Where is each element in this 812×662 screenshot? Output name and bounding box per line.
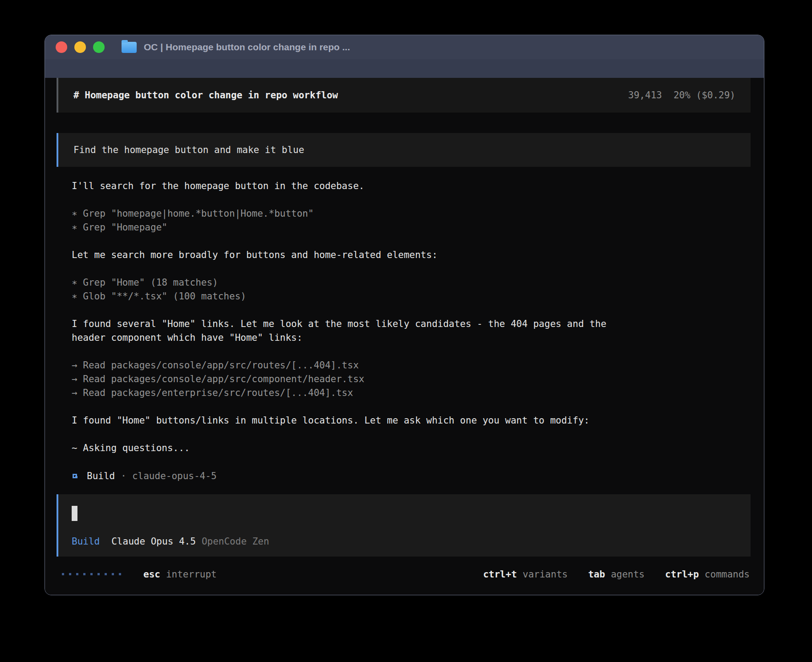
hint-key-ctrl-p: ctrl+p (665, 569, 699, 580)
user-message: Find the homepage button and make it blu… (57, 133, 751, 167)
hint-key-tab: tab (588, 569, 605, 580)
close-button[interactable] (56, 41, 67, 53)
assistant-paragraph: I'll search for the homepage button in t… (72, 179, 751, 193)
hint-agents: tab agents (588, 569, 645, 580)
hint-key-esc: esc (143, 569, 160, 580)
hint-variants: ctrl+t variants (483, 569, 568, 580)
hint-label-agents: agents (611, 569, 645, 580)
status-bar: esc interrupt ctrl+t variants tab agents… (57, 567, 751, 581)
user-message-text: Find the homepage button and make it blu… (73, 145, 304, 155)
spacer (72, 262, 751, 276)
terminal-content[interactable]: # Homepage button color change in repo w… (45, 78, 764, 595)
hint-label-variants: variants (523, 569, 568, 580)
hint-interrupt: esc interrupt (143, 569, 217, 580)
tool-call-read: → Read packages/console/app/src/routes/[… (72, 359, 751, 372)
hint-key-ctrl-t: ctrl+t (483, 569, 517, 580)
tool-call-read: → Read packages/enterprise/src/routes/[.… (72, 386, 751, 400)
agent-square-icon (73, 474, 77, 478)
model-indicator[interactable]: Claude Opus 4.5 (111, 536, 196, 547)
assistant-paragraph: Let me search more broadly for buttons a… (72, 248, 751, 262)
working-status: ~ Asking questions... (72, 441, 751, 455)
assistant-paragraph: I found several "Home" links. Let me loo… (72, 317, 751, 331)
session-stats: 39,413 20% ($0.29) (628, 90, 735, 101)
hint-label-interrupt: interrupt (166, 569, 217, 580)
separator-dot: · (121, 471, 126, 481)
agent-badge: Build · claude-opus-4-5 (72, 469, 751, 483)
tool-call-grep: ∗ Grep "homepage|home.*button|Home.*butt… (72, 207, 751, 221)
tool-call-glob: ∗ Glob "**/*.tsx" (100 matches) (72, 290, 751, 303)
spacer (72, 345, 751, 359)
token-count: 39,413 (628, 90, 662, 101)
spacer (72, 303, 751, 317)
assistant-paragraph: I found "Home" buttons/links in multiple… (72, 414, 751, 428)
tool-call-read: → Read packages/console/app/src/componen… (72, 372, 751, 386)
usage-cost: 20% ($0.29) (674, 90, 735, 101)
session-title: # Homepage button color change in repo w… (73, 90, 338, 101)
agent-name: Build (87, 471, 115, 481)
assistant-paragraph: header component which have "Home" links… (72, 331, 751, 345)
terminal-window: OC | Homepage button color change in rep… (45, 35, 764, 595)
hint-commands: ctrl+p commands (665, 569, 750, 580)
tool-call-grep: ∗ Grep "Homepage" (72, 221, 751, 234)
assistant-transcript: I'll search for the homepage button in t… (57, 179, 751, 483)
spacer (72, 193, 751, 207)
prompt-input[interactable]: Build Claude Opus 4.5 OpenCode Zen (57, 494, 751, 557)
agent-model: claude-opus-4-5 (132, 471, 217, 481)
status-left: esc interrupt (57, 569, 217, 580)
hint-label-commands: commands (705, 569, 750, 580)
mode-indicator[interactable]: Build (72, 536, 100, 547)
window-title: OC | Homepage button color change in rep… (144, 42, 350, 52)
input-footer: Build Claude Opus 4.5 OpenCode Zen (72, 536, 737, 547)
minimize-button[interactable] (74, 41, 86, 53)
provider-indicator: OpenCode Zen (202, 536, 269, 547)
tool-call-grep: ∗ Grep "Home" (18 matches) (72, 276, 751, 290)
text-cursor (72, 506, 77, 521)
spacer (72, 428, 751, 441)
titlebar[interactable]: OC | Homepage button color change in rep… (45, 35, 764, 59)
folder-icon (122, 42, 137, 53)
session-header: # Homepage button color change in repo w… (57, 78, 751, 113)
spacer (72, 234, 751, 248)
status-right: ctrl+t variants tab agents ctrl+p comman… (483, 569, 750, 580)
spinner-dots-icon (62, 573, 121, 575)
spacer (72, 400, 751, 414)
maximize-button[interactable] (93, 41, 105, 53)
spacer (72, 455, 751, 469)
